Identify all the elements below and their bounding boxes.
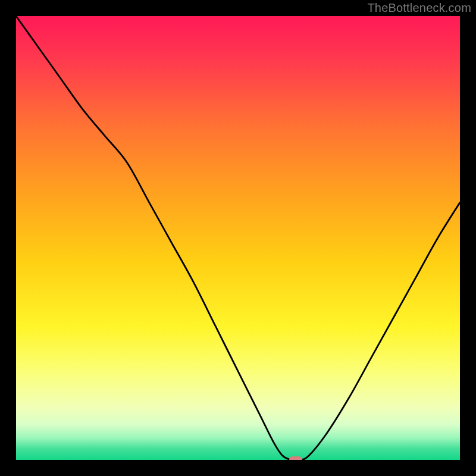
watermark-text: TheBottleneck.com <box>367 1 471 15</box>
plot-area <box>16 16 460 460</box>
chart-stage: TheBottleneck.com <box>0 0 476 476</box>
curve-layer <box>16 16 460 460</box>
bottleneck-curve <box>16 16 460 460</box>
optimal-point-marker <box>289 456 302 460</box>
